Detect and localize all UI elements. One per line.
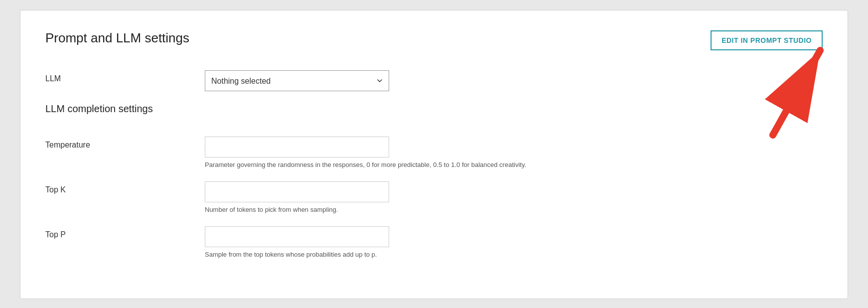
card-header: Prompt and LLM settings EDIT IN PROMPT S… [45,30,823,50]
completion-settings-row: LLM completion settings [45,103,823,125]
top-k-row: Top K Number of tokens to pick from when… [45,181,823,214]
top-k-input[interactable] [205,181,389,202]
completion-section-heading: LLM completion settings [45,103,153,115]
top-k-hint: Number of tokens to pick from when sampl… [205,205,389,214]
top-p-hint: Sample from the top tokens whose probabi… [205,250,389,259]
top-p-label: Top P [45,226,205,239]
top-p-field-group: Sample from the top tokens whose probabi… [205,226,389,259]
top-p-row: Top P Sample from the top tokens whose p… [45,226,823,259]
llm-label: LLM [45,70,205,83]
temperature-input[interactable] [205,137,389,157]
temperature-row: Temperature Parameter governing the rand… [45,137,823,169]
page-title: Prompt and LLM settings [45,30,189,46]
page-container: Prompt and LLM settings EDIT IN PROMPT S… [0,0,868,308]
form-section: LLM Nothing selected LLM completion sett… [45,70,823,272]
top-k-label: Top K [45,181,205,194]
llm-select[interactable]: Nothing selected [205,70,389,91]
settings-card: Prompt and LLM settings EDIT IN PROMPT S… [20,10,848,299]
llm-field-group: Nothing selected [205,70,389,91]
llm-row: LLM Nothing selected [45,70,823,91]
edit-in-prompt-studio-button[interactable]: EDIT IN PROMPT STUDIO [711,30,823,50]
top-k-field-group: Number of tokens to pick from when sampl… [205,181,389,214]
temperature-field-group: Parameter governing the randomness in th… [205,137,526,169]
top-p-input[interactable] [205,226,389,247]
temperature-hint: Parameter governing the randomness in th… [205,160,526,169]
temperature-label: Temperature [45,137,205,150]
